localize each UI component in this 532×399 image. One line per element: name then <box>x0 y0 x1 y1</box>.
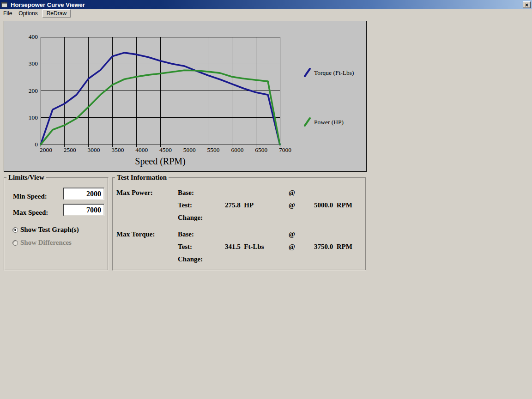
menu-file[interactable]: File <box>0 10 15 17</box>
hp-torque-chart: 2000250030003500400045005000550060006500… <box>4 21 366 171</box>
legend-label: Power (HP) <box>314 119 344 126</box>
min-speed-input[interactable] <box>63 187 104 200</box>
torque-test-rpm: 3750.0 RPM <box>314 243 352 251</box>
max-power-label: Max Power: <box>116 189 153 197</box>
power-test-label: Test: <box>178 201 192 209</box>
legend-label: Torque (Ft-Lbs) <box>314 69 354 76</box>
legend-marker <box>305 118 310 126</box>
x-tick-label: 4000 <box>135 146 148 153</box>
max-speed-input[interactable] <box>63 204 104 216</box>
x-tick-label: 2500 <box>64 146 76 153</box>
x-tick-label: 5000 <box>183 146 196 153</box>
menu-options[interactable]: Options <box>15 10 41 17</box>
app-window: { "window": { "title": "Horsepower Curve… <box>0 0 532 399</box>
power-test-at: @ <box>289 201 295 209</box>
torque-base-label: Base: <box>178 230 194 238</box>
y-tick-label: 400 <box>29 33 38 40</box>
max-speed-label: Max Speed: <box>13 209 48 217</box>
x-tick-label: 7000 <box>279 146 291 153</box>
x-tick-label: 6500 <box>255 146 267 153</box>
power-test-rpm: 5000.0 RPM <box>314 201 352 209</box>
y-tick-label: 200 <box>29 87 38 94</box>
power-base-at: @ <box>289 189 295 197</box>
limits-view-title: Limits/View <box>6 174 46 181</box>
power-base-label: Base: <box>178 189 194 197</box>
x-tick-label: 6000 <box>231 146 243 153</box>
power-change-label: Change: <box>178 214 203 222</box>
min-speed-label: Min Speed: <box>13 193 47 200</box>
close-button[interactable]: × <box>523 1 531 8</box>
power-test-value: 275.8 HP <box>225 201 254 209</box>
x-tick-label: 3500 <box>111 146 124 153</box>
window-title: Horsepower Curve Viewer <box>11 1 85 8</box>
torque-change-label: Change: <box>178 255 203 263</box>
x-axis-title: Speed (RPM) <box>135 156 185 167</box>
menubar: File Options ReDraw <box>0 9 532 17</box>
legend-marker <box>305 69 310 76</box>
close-icon: × <box>525 1 529 8</box>
y-tick-label: 300 <box>29 60 38 67</box>
test-information-group: Test Information Max Power: Base: @ Test… <box>112 177 366 271</box>
titlebar: Horsepower Curve Viewer × <box>0 0 532 9</box>
app-icon <box>1 2 8 8</box>
chart-panel: 2000250030003500400045005000550060006500… <box>4 21 367 172</box>
radio-show-differences[interactable] <box>12 240 18 246</box>
torque-base-at: @ <box>289 230 295 238</box>
y-tick-label: 100 <box>29 114 38 121</box>
x-tick-label: 2000 <box>40 146 52 153</box>
x-tick-label: 3000 <box>88 146 100 153</box>
x-tick-label: 4500 <box>159 146 172 153</box>
limits-view-group: Limits/View Min Speed: Max Speed: Show T… <box>4 177 109 271</box>
max-torque-label: Max Torque: <box>116 230 155 238</box>
x-tick-label: 5500 <box>207 146 220 153</box>
test-information-title: Test Information <box>115 174 169 181</box>
y-tick-label: 0 <box>35 141 38 148</box>
torque-test-at: @ <box>289 243 295 251</box>
torque-test-label: Test: <box>178 243 192 251</box>
torque-test-value: 341.5 Ft-Lbs <box>225 243 264 251</box>
show-test-graphs-label: Show Test Graph(s) <box>20 226 79 234</box>
show-differences-label: Show Differences <box>20 239 72 247</box>
radio-show-test-graphs[interactable] <box>12 227 18 233</box>
menu-redraw-button[interactable]: ReDraw <box>42 9 71 18</box>
